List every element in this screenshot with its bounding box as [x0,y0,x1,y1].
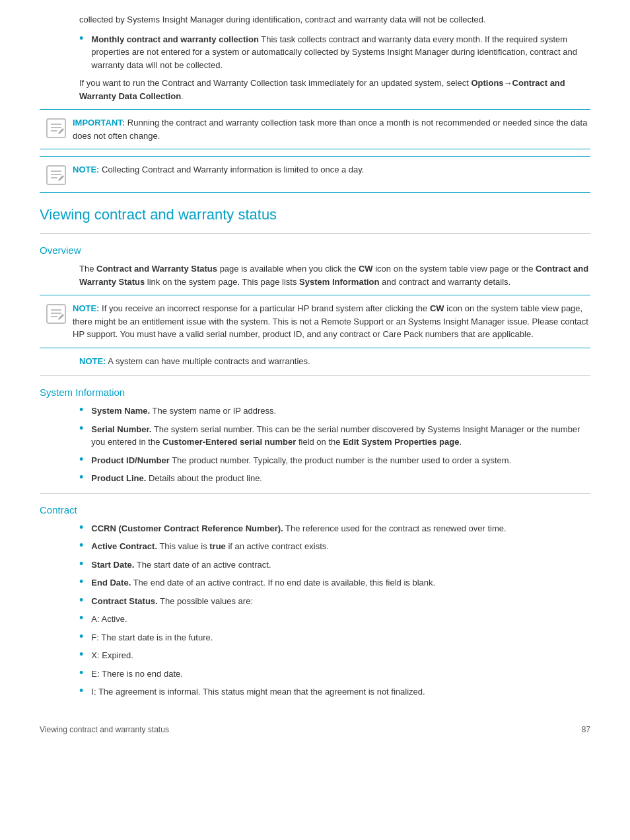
important-note-box: IMPORTANT: Running the contract and warr… [40,109,590,149]
contract-end-label: End Date. [91,578,131,588]
status-value-x-text: X: Expired. [91,649,133,662]
overview-si-bold4: System Information [299,277,379,287]
bullet-dot-f: • [79,630,83,644]
bullet-dot-e: • [79,666,83,681]
bullet-dot-x: • [79,648,83,662]
status-value-e-text: E: There is no end date. [91,668,183,681]
contract-bullet-3: • Start Date. The start date of an activ… [40,558,590,572]
overview-text: The Contract and Warranty Status page is… [40,262,590,288]
options-text-pre: If you want to run the Contract and Warr… [79,78,471,88]
contract-heading: Contract [40,504,590,515]
overview-note-content: NOTE: If you receive an incorrect respon… [73,302,590,341]
bullet-dot-a: • [79,611,83,626]
si-serial-bold-mid: Customer-Entered serial number [162,437,296,447]
options-text: If you want to run the Contract and Warr… [40,77,590,102]
options-text-end: . [181,91,184,101]
contract-active-bold-mid: true [209,541,226,551]
status-value-x: • X: Expired. [59,649,590,662]
pencil-note-icon-3 [46,303,67,325]
si-bullet-1-content: System Name. The system name or IP addre… [91,404,276,418]
important-note-content: IMPORTANT: Running the contract and warr… [73,116,590,142]
note-box-1: NOTE: Collecting Contract and Warranty i… [40,156,590,193]
overview-heading: Overview [40,245,590,256]
si-bullet-2: • Serial Number. The system serial numbe… [40,423,590,449]
bullet-dot: • [79,32,83,72]
bullet-dot-si3: • [79,453,83,467]
overview-cws-bold1: Contract and Warranty Status [96,264,217,274]
status-value-f: • F: The start date is in the future. [59,631,590,644]
overview-note2: NOTE: A system can have multiple contrac… [40,355,590,368]
contract-bullet-1: • CCRN (Customer Contract Reference Numb… [40,522,590,535]
contract-bullet-3-content: Start Date. The start date of an active … [91,558,271,572]
note-icon-important [40,116,73,139]
contract-end-text: The end date of an active contract. If n… [131,578,435,588]
bullet-dot-c3: • [79,557,83,572]
status-value-e: • E: There is no end date. [59,668,590,681]
status-value-i: • I: The agreement is informal. This sta… [59,685,590,699]
important-note-text: Running the contract and warranty collec… [73,118,587,141]
si-bullet-2-content: Serial Number. The system serial number.… [91,423,590,449]
pencil-note-icon-2 [46,165,67,186]
bullet-dot-c5: • [79,593,83,608]
bullet-monthly-contract: • Monthly contract and warranty collecti… [40,33,590,72]
bullet-monthly-label: Monthly contract and warranty collection [91,34,259,44]
overview-cw-bold2: CW [359,264,373,274]
divider-2 [40,375,590,376]
si-bullet-4-content: Product Line. Details about the product … [91,472,262,485]
system-information-heading: System Information [40,387,590,398]
overview-note-box: NOTE: If you receive an incorrect respon… [40,295,590,348]
contract-active-text: This value is [157,541,209,551]
si-product-id-text: The product number. Typically, the produ… [170,455,511,465]
bullet-dot-si1: • [79,403,83,418]
bullet-monthly-content: Monthly contract and warranty collection… [91,33,590,72]
contract-bullet-5-content: Contract Status. The possible values are… [91,595,253,608]
overview-text-pre: The [79,264,96,274]
si-bullet-3-content: Product ID/Number The product number. Ty… [91,454,511,467]
contract-status-label: Contract Status. [91,596,157,606]
contract-ccrn-text: The reference used for the contract as r… [283,523,507,533]
divider-1 [40,233,590,234]
overview-note-icon [40,302,73,325]
page-title: Viewing contract and warranty status [40,206,590,223]
si-bullet-3: • Product ID/Number The product number. … [40,454,590,467]
important-label: IMPORTANT: [73,118,125,128]
divider-3 [40,493,590,494]
overview-note2-label: NOTE: [79,356,106,366]
contract-bullet-5: • Contract Status. The possible values a… [40,595,590,608]
contract-ccrn-label: CCRN (Customer Contract Reference Number… [91,523,283,533]
overview-note2-text: A system can have multiple contracts and… [106,356,310,366]
si-serial-bold-end: Edit System Properties page [343,437,459,447]
overview-note-text: If you receive an incorrect response for… [99,303,430,313]
pencil-note-icon [46,118,67,139]
overview-note-label: NOTE: [73,303,99,313]
si-product-id-label: Product ID/Number [91,455,169,465]
bullet-dot-i: • [79,684,83,699]
svg-rect-0 [47,119,65,137]
contract-bullet-2-content: Active Contract. This value is true if a… [91,540,329,553]
overview-mid1: page is available when you click the [217,264,359,274]
svg-rect-8 [47,305,65,323]
page-footer: Viewing contract and warranty status 87 [40,725,590,734]
footer-section-title: Viewing contract and warranty status [40,725,169,734]
note-icon-1 [40,163,73,186]
intro-text-line1: collected by Systems Insight Manager dur… [40,13,590,26]
overview-mid3: link on the system page. This page lists [145,277,299,287]
status-value-f-text: F: The start date is in the future. [91,631,213,644]
bullet-dot-si4: • [79,471,83,485]
overview-mid2: icon on the system table view page or th… [373,264,536,274]
si-system-name-text: The system name or IP address. [150,406,276,416]
bullet-dot-c2: • [79,539,83,553]
contract-active-text2: if an active contract exists. [226,541,329,551]
bullet-dot-c1: • [79,521,83,535]
contract-start-label: Start Date. [91,560,134,570]
si-serial-text2: field on the [296,437,343,447]
svg-rect-4 [47,166,65,184]
footer-page-number: 87 [582,725,590,734]
contract-bullet-4-content: End Date. The end date of an active cont… [91,576,435,590]
contract-bullet-2: • Active Contract. This value is true if… [40,540,590,553]
overview-end: and contract and warranty details. [379,277,510,287]
contract-status-values: • A: Active. • F: The start date is in t… [40,613,590,699]
si-serial-label: Serial Number. [91,424,151,434]
note-content-1: NOTE: Collecting Contract and Warranty i… [73,163,590,176]
si-product-line-text: Details about the product line. [146,473,262,483]
